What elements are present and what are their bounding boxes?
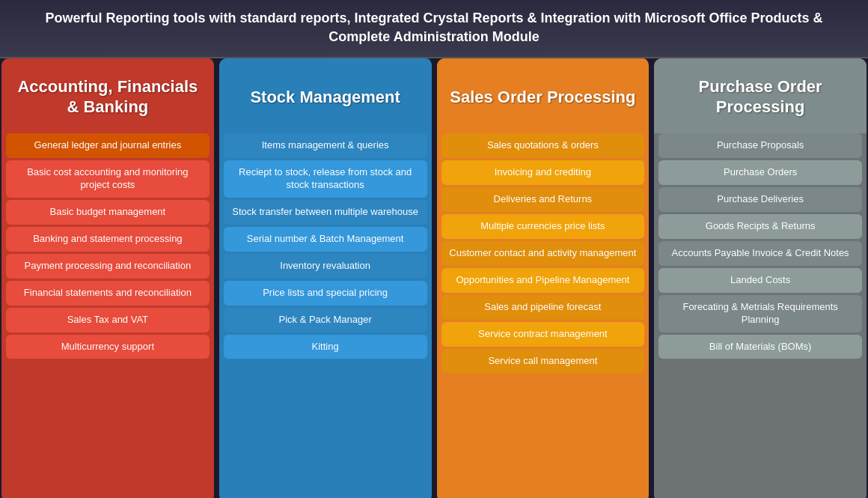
col-sales-header: Sales Order Processing <box>437 58 650 133</box>
list-item: Payment processing and reconciliation <box>6 254 210 279</box>
column-sales: Sales Order Processing Sales quotations … <box>437 58 652 498</box>
list-item: Multiple currencies price lists <box>441 214 645 239</box>
header-section: Powerful Reporting tools with standard r… <box>0 0 868 58</box>
list-item: Bill of Materials (BOMs) <box>658 335 862 359</box>
list-item: Purchase Deliveries <box>658 187 862 212</box>
list-item: Financial statements and reconciliation <box>6 281 210 306</box>
list-item: Sales Tax and VAT <box>6 308 210 332</box>
list-item: Pick & Pack Manager <box>224 308 427 332</box>
list-item: Price lists and special pricing <box>224 281 427 306</box>
list-item: Goods Recipts & Returns <box>658 214 862 239</box>
column-accounting: Accounting, Financials & Banking General… <box>1 58 216 498</box>
list-item: Sales quotations & orders <box>441 133 645 158</box>
header-title: Powerful Reporting tools with standard r… <box>15 9 853 46</box>
list-item: Inventory revaluation <box>224 254 427 279</box>
list-item: Basic cost accounting and monitoring pro… <box>6 160 210 198</box>
list-item: Deliveries and Returns <box>441 187 645 212</box>
list-item: Service call management <box>441 349 645 374</box>
sales-items-list: Sales quotations & ordersInvoicing and c… <box>437 133 650 498</box>
list-item: Opportunities and Pipeline Management <box>441 268 645 293</box>
list-item: Landed Costs <box>658 268 862 293</box>
list-item: Sales and pipeline forecast <box>441 295 645 320</box>
col-accounting-header: Accounting, Financials & Banking <box>1 58 214 133</box>
list-item: Invoicing and crediting <box>441 160 645 185</box>
list-item: Service contract management <box>441 322 645 347</box>
list-item: Kitting <box>224 335 427 359</box>
column-stock: Stock Management Items management & quer… <box>219 58 434 498</box>
list-item: Purchase Orders <box>658 160 862 185</box>
columns-container: Accounting, Financials & Banking General… <box>0 58 868 498</box>
list-item: Banking and statement processing <box>6 227 210 252</box>
list-item: Multicurrency support <box>6 335 210 359</box>
list-item: Forecating & Metrials Requirements Plann… <box>658 295 862 332</box>
list-item: General ledger and journal entries <box>6 133 210 158</box>
stock-items-list: Items management & queriesReciept to sto… <box>219 133 432 498</box>
list-item: Serial number & Batch Management <box>224 227 427 252</box>
list-item: Customer contact and activity management <box>441 241 645 266</box>
accounting-items-list: General ledger and journal entriesBasic … <box>1 133 214 498</box>
col-stock-header: Stock Management <box>219 58 432 133</box>
list-item: Accounts Payable Invoice & Credit Notes <box>658 241 862 266</box>
col-purchase-header: Purchase Order Processing <box>654 58 867 133</box>
purchase-items-list: Purchase ProposalsPurchase OrdersPurchas… <box>654 133 867 498</box>
list-item: Basic budget management <box>6 200 210 225</box>
list-item: Items management & queries <box>224 133 427 158</box>
list-item: Purchase Proposals <box>658 133 862 158</box>
list-item: Reciept to stock, release from stock and… <box>224 160 427 198</box>
column-purchase: Purchase Order Processing Purchase Propo… <box>654 58 867 498</box>
list-item: Stock transfer between multiple warehous… <box>224 200 427 225</box>
